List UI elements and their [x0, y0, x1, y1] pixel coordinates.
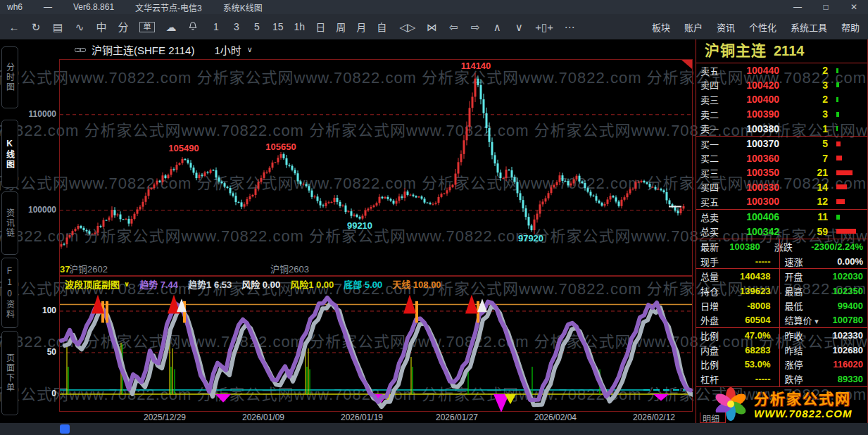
- book-quantity: 3: [779, 108, 836, 120]
- book-bar-zone: [836, 97, 863, 102]
- indicator-name[interactable]: 波段顶底副图: [65, 277, 120, 291]
- book-row-卖五[interactable]: 卖五1004402: [696, 63, 867, 78]
- sidebar-tab-K线图[interactable]: K线图: [1, 120, 18, 188]
- period-button-1h[interactable]: 1h: [294, 21, 306, 32]
- cloud-sync-icon[interactable]: ☁: [165, 22, 177, 32]
- chart-symbol-label: 沪铜主连(SHFE 2114): [92, 42, 194, 57]
- stat-label: 比例: [700, 329, 731, 342]
- book-row-卖二[interactable]: 卖二1003903: [696, 107, 867, 122]
- more-tools-icon[interactable]: ⋯: [564, 22, 575, 32]
- stat-label: 日增: [700, 299, 731, 313]
- alert-bell-icon[interactable]: [187, 21, 199, 32]
- period-button-15[interactable]: 15: [272, 21, 284, 32]
- book-price: 100380: [726, 123, 779, 134]
- sidebar-tab-页面下单[interactable]: 页面下单: [1, 331, 18, 415]
- book-row-买二[interactable]: 买二1003607: [696, 151, 867, 165]
- stat-label: 最高: [779, 284, 824, 298]
- period-button-3[interactable]: 3: [232, 21, 241, 32]
- toolbar-extra-group: ◁▷⋈⇦⇨∧∨+▯+⋯: [399, 22, 575, 32]
- back-icon[interactable]: ←: [8, 22, 20, 32]
- book-volume-bar: [836, 112, 839, 117]
- svg-text:99210: 99210: [347, 220, 372, 231]
- sidebar-tab-资讯链[interactable]: 资讯链: [1, 191, 18, 255]
- quote-list-icon[interactable]: ▤: [52, 22, 63, 32]
- book-volume-bar: [836, 97, 838, 102]
- page-left-icon[interactable]: ⇦: [448, 22, 459, 32]
- menu-item[interactable]: 帮助: [841, 20, 860, 34]
- scroll-up-icon[interactable]: ∧: [491, 22, 503, 32]
- tab-detail[interactable]: 明细: [700, 412, 726, 423]
- book-volume-bar: [836, 215, 840, 220]
- book-row-买一[interactable]: 买一1003705: [696, 137, 867, 151]
- book-row-卖一[interactable]: 卖一1003801: [696, 121, 867, 137]
- order-ticket-icon[interactable]: 单: [139, 22, 155, 32]
- book-row-买四[interactable]: 买四10033014: [696, 180, 867, 195]
- chart-period-selector[interactable]: 1小时: [214, 42, 241, 57]
- minimize-button[interactable]: —: [784, 0, 812, 14]
- svg-text:105650: 105650: [265, 141, 296, 152]
- indicator-sub-chart[interactable]: [59, 276, 693, 412]
- book-price: 100440: [726, 65, 779, 76]
- indicator-params-row: 波段顶底副图∨趋势 7.44趋势1 6.53风险 0.00风险1 0.00底部 …: [65, 277, 441, 290]
- stat-label: 杠杆: [700, 372, 731, 386]
- main-candlestick-chart[interactable]: 105490105650114140992109792037沪铜2602沪铜26…: [59, 59, 693, 276]
- book-bar-zone: [836, 215, 863, 220]
- period-button-5[interactable]: 5: [252, 21, 262, 32]
- indicator-param: 风险 0.00: [241, 277, 280, 291]
- stat-row-外盘: 外盘60504结算价▼100780: [696, 313, 867, 329]
- stat-label: 最低: [779, 299, 824, 313]
- book-row-总买[interactable]: 总买10034259: [696, 224, 867, 239]
- page-right-icon[interactable]: ⇨: [470, 22, 481, 32]
- book-bar-zone: [836, 68, 863, 73]
- view-title: 系统K线图: [223, 1, 263, 13]
- book-row-总卖[interactable]: 总卖10040611: [696, 210, 867, 225]
- stat-row-内盘: 内盘68283昨结102680: [696, 343, 867, 358]
- menu-item[interactable]: 系统工具: [791, 20, 827, 34]
- book-price: 100370: [726, 138, 779, 149]
- indicator-param: 底部 5.00: [344, 277, 382, 291]
- sidebar-tab-分时图[interactable]: 分时图: [1, 46, 18, 108]
- close-button[interactable]: ✕: [840, 0, 868, 14]
- tick-chart-icon[interactable]: 分: [118, 22, 129, 32]
- book-row-买三[interactable]: 买三10035021: [696, 165, 867, 180]
- period-button-周[interactable]: 周: [336, 20, 346, 34]
- sub-y-tick: 0: [20, 389, 56, 398]
- link-icon[interactable]: [75, 44, 86, 56]
- title-separator: —: [44, 2, 52, 12]
- svg-text:114140: 114140: [461, 61, 491, 71]
- stat-row-杠杆: 杠杆-----跌停89330: [696, 372, 867, 387]
- refresh-icon[interactable]: ↻: [30, 22, 42, 32]
- menu-item[interactable]: 账户: [684, 20, 703, 34]
- add-window-icon[interactable]: +▯+: [535, 22, 553, 32]
- sidebar-tab-F10资料[interactable]: F10资料: [1, 258, 18, 328]
- menu-item[interactable]: 资讯: [717, 20, 735, 34]
- period-button-自[interactable]: 自: [377, 20, 386, 34]
- period-button-1[interactable]: 1: [211, 21, 221, 32]
- book-quantity: 12: [779, 196, 836, 207]
- stat-label: 最新: [700, 240, 729, 253]
- stat-label: 涨停: [779, 358, 824, 371]
- book-row-买五[interactable]: 买五10030012: [696, 194, 867, 210]
- compare-split-icon[interactable]: ◁▷: [399, 22, 415, 32]
- menu-item[interactable]: 个性化: [749, 20, 776, 34]
- trend-line-icon[interactable]: ∿: [74, 22, 85, 32]
- menu-item[interactable]: 板块: [652, 20, 670, 34]
- book-bar-zone: [836, 184, 863, 189]
- overlay-merge-icon[interactable]: ⋈: [426, 22, 437, 32]
- stat-value: -----: [731, 256, 779, 267]
- period-button-月[interactable]: 月: [356, 20, 366, 34]
- book-bar-zone: [836, 126, 863, 131]
- book-level-label: 买四: [700, 180, 726, 194]
- book-row-卖四[interactable]: 卖四1004203: [696, 78, 867, 93]
- main-toolbar: ←↻▤∿中分单☁ 135151h日周月自 ◁▷⋈⇦⇨∧∨+▯+⋯ 板块账户资讯个…: [0, 14, 868, 39]
- x-axis-date: 2026/01/27: [425, 412, 489, 422]
- indicator-param: 趋势1 6.53: [188, 277, 232, 291]
- book-row-卖三[interactable]: 卖三1004002: [696, 92, 867, 107]
- chevron-down-icon[interactable]: ∨: [247, 45, 253, 54]
- chevron-down-icon[interactable]: ▼: [814, 318, 820, 325]
- maximize-button[interactable]: □: [812, 0, 840, 14]
- period-button-日[interactable]: 日: [315, 20, 325, 34]
- indicator-window-icon[interactable]: 中: [96, 22, 107, 32]
- scroll-down-icon[interactable]: ∨: [513, 22, 524, 32]
- chevron-down-icon[interactable]: ∨: [124, 280, 130, 288]
